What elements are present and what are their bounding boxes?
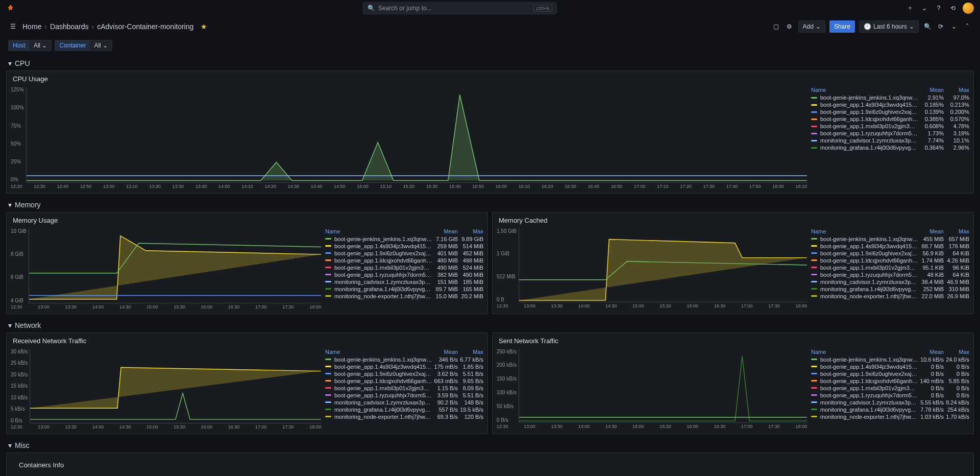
legend-item[interactable]: monitoring_node-exporter.1.nthj7jhw7gwfi… <box>811 293 969 300</box>
legend-item[interactable]: boot-genie_app.1.4s9l34jz3wvdq4156jum9c2… <box>325 363 483 370</box>
legend-item[interactable]: monitoring_grafana.1.r4ij0l3d6vpyvgnflr4… <box>325 285 483 293</box>
collapse-up-icon[interactable]: ˄ <box>963 22 972 31</box>
legend-item[interactable]: boot-genie_app.1.4s9l34jz3wvdq4156jum9c2… <box>325 243 483 250</box>
avatar[interactable] <box>963 3 974 14</box>
filter-host[interactable]: Host All ⌄ <box>8 40 52 51</box>
legend-item[interactable]: monitoring_grafana.1.r4ij0l3d6vpyvgnflr4… <box>325 406 483 413</box>
star-icon[interactable]: ★ <box>201 22 207 31</box>
chart-canvas[interactable] <box>30 349 321 423</box>
legend-item[interactable]: monitoring_cadvisor.1.zymrzluxax3pccwuys… <box>325 278 483 285</box>
legend-item[interactable]: boot-genie_app.1.rnxbil3p01v2gjm32euocqx… <box>811 264 969 271</box>
legend-item[interactable]: boot-genie_app.1.ldcqjxohdvt66ganhyym68b… <box>811 115 969 123</box>
chevron-down-icon[interactable]: ⌄ <box>920 4 929 13</box>
table-header: Registry Image Instance Name Running <box>13 473 967 476</box>
legend-item[interactable]: boot-genie_app.1.9xi6z0ughivex2xaj1hziea… <box>811 108 969 115</box>
legend-item[interactable]: boot-genie_app.1.9xi6z0ughivex2xaj1hziea… <box>325 370 483 377</box>
settings-icon[interactable]: ⚙ <box>785 22 794 31</box>
legend-item[interactable]: boot-genie_app.1.rnxbil3p01v2gjm32euocqx… <box>325 385 483 392</box>
share-button[interactable]: Share <box>829 20 855 33</box>
breadcrumb-home[interactable]: Home <box>22 22 41 31</box>
x-axis: 12:2012:3012:4012:5013:0013:1013:2013:30… <box>11 183 807 189</box>
zoom-out-icon[interactable]: 🔍 <box>923 22 932 31</box>
legend-item[interactable]: boot-genie_app.1.4s9l34jz3wvdq4156jum9c2… <box>811 243 969 250</box>
y-axis: 1.50 GiB1 GiB512 MiB0 B <box>497 228 519 302</box>
legend-item[interactable]: boot-genie_app.1.ldcqjxohdvt66ganhyym68b… <box>811 257 969 264</box>
legend-item[interactable]: boot-genie-jenkins_jenkins.1.xq3qnwls33q… <box>811 94 969 101</box>
legend-item[interactable]: monitoring_cadvisor.1.zymrzluxax3pccwuys… <box>811 137 969 144</box>
plus-icon[interactable]: ＋ <box>905 4 915 13</box>
top-toolbar: 🔍 Search or jump to... ctrl+k ＋ ⌄ ? ⟲ <box>0 0 980 16</box>
legend-item[interactable]: boot-genie-jenkins_jenkins.1.xq3qnwls33q… <box>325 235 483 243</box>
legend-item[interactable]: monitoring_node-exporter.1.nthj7jhw7gwfi… <box>325 293 483 300</box>
legend-item[interactable]: boot-genie_app.1.rnxbil3p01v2gjm32euocqx… <box>325 264 483 271</box>
legend-item[interactable]: monitoring_grafana.1.r4ij0l3d6vpyvgnflr4… <box>811 144 969 151</box>
legend-item[interactable]: boot-genie_app.1.ldcqjxohdvt66ganhyym68b… <box>325 377 483 385</box>
tv-mode-icon[interactable]: ▢ <box>772 22 781 31</box>
breadcrumb-dashboards[interactable]: Dashboards <box>50 22 89 31</box>
chart-canvas[interactable] <box>519 349 807 423</box>
x-axis: 12:3013:0013:3014:0014:3015:0015:3016:00… <box>497 423 807 429</box>
legend-item[interactable]: boot-genie_app.1.ryzuquhhjx7dorm5e9j8lyn… <box>811 392 969 399</box>
section-header-network[interactable]: Network <box>6 318 974 332</box>
panel-received-network-traffic: Received Network Traffic 30 kB/s25 kB/s2… <box>6 332 488 434</box>
legend-item[interactable]: boot-genie_app.1.rnxbil3p01v2gjm32euocqx… <box>811 385 969 392</box>
x-axis: 12:3013:0013:3014:0014:3015:0015:3016:00… <box>497 302 807 308</box>
menu-icon[interactable]: ☰ <box>8 22 17 31</box>
legend-item[interactable]: boot-genie_app.1.9xi6z0ughivex2xaj1hziea… <box>325 250 483 257</box>
legend-item[interactable]: boot-genie-jenkins_jenkins.1.xq3qnwls33q… <box>811 235 969 243</box>
legend-item[interactable]: boot-genie_app.1.4s9l34jz3wvdq4156jum9c2… <box>811 101 969 108</box>
legend-item[interactable]: boot-genie_app.1.ldcqjxohdvt66ganhyym68b… <box>811 377 969 385</box>
panel-memory-cached: Memory Cached 1.50 GiB1 GiB512 MiB0 B 12… <box>492 212 974 314</box>
y-axis: 30 kB/s25 kB/s20 kB/s15 kB/s10 kB/s5 kB/… <box>11 349 30 423</box>
legend-item[interactable]: boot-genie-jenkins_jenkins.1.xq3qnwls33q… <box>811 356 969 363</box>
add-label: Add <box>803 23 814 30</box>
legend-item[interactable]: monitoring_cadvisor.1.zymrzluxax3pccwuys… <box>325 399 483 406</box>
legend-item[interactable]: boot-genie_app.1.ldcqjxohdvt66ganhyym68b… <box>325 257 483 264</box>
legend-item[interactable]: boot-genie_app.1.ryzuquhhjx7dorm5e9j8lyn… <box>325 271 483 278</box>
refresh-icon[interactable]: ⟳ <box>936 22 945 31</box>
legend: NameMeanMaxboot-genie-jenkins_jenkins.1.… <box>325 228 483 310</box>
legend: NameMeanMaxboot-genie-jenkins_jenkins.1.… <box>811 349 969 429</box>
filter-container-label: Container <box>55 40 90 51</box>
legend-item[interactable]: monitoring_node-exporter.1.nthj7jhw7gwfi… <box>325 413 483 420</box>
filter-host-value: All ⌄ <box>30 40 52 51</box>
section-title: Network <box>15 321 41 329</box>
legend-item[interactable]: monitoring_cadvisor.1.zymrzluxax3pccwuys… <box>811 399 969 406</box>
legend-item[interactable]: monitoring_grafana.1.r4ij0l3d6vpyvgnflr4… <box>811 285 969 293</box>
chart-canvas[interactable] <box>29 228 321 303</box>
x-axis: 12:3013:0013:3014:0014:3015:0015:3016:00… <box>11 303 321 310</box>
legend-item[interactable]: monitoring_cadvisor.1.zymrzluxax3pccwuys… <box>811 278 969 285</box>
legend-item[interactable]: boot-genie_app.1.ryzuquhhjx7dorm5e9j8lyn… <box>811 130 969 137</box>
filter-container[interactable]: Container All ⌄ <box>55 40 112 51</box>
search-placeholder: Search or jump to... <box>378 5 432 12</box>
legend-item[interactable]: boot-genie_app.1.9xi6z0ughivex2xaj1hziea… <box>811 370 969 377</box>
search-keyhint: ctrl+k <box>533 5 552 12</box>
legend-item[interactable]: boot-genie_app.1.9xi6z0ughivex2xaj1hziea… <box>811 250 969 257</box>
legend-item[interactable]: boot-genie-jenkins_jenkins.1.xq3qnwls33q… <box>325 356 483 363</box>
panel-sent-network-traffic: Sent Network Traffic 250 kB/s200 kB/s150… <box>492 332 974 434</box>
news-icon[interactable]: ⟲ <box>948 4 958 13</box>
refresh-dropdown-icon[interactable]: ⌄ <box>949 22 959 31</box>
filter-host-label: Host <box>9 40 30 51</box>
chart-canvas[interactable] <box>26 87 807 183</box>
section-header-misc[interactable]: Misc <box>6 438 974 453</box>
section-header-memory[interactable]: Memory <box>6 198 974 212</box>
time-range-picker[interactable]: 🕘 Last 6 hours ⌄ <box>859 20 919 33</box>
legend-item[interactable]: boot-genie_app.1.ryzuquhhjx7dorm5e9j8lyn… <box>325 392 483 399</box>
chart-canvas[interactable] <box>519 228 807 302</box>
help-icon[interactable]: ? <box>934 4 943 13</box>
legend-item[interactable]: monitoring_node-exporter.1.nthj7jhw7gwfi… <box>811 413 969 420</box>
breadcrumb: Home › Dashboards › cAdvisor-Container-m… <box>22 22 207 31</box>
legend-item[interactable]: monitoring_grafana.1.r4ij0l3d6vpyvgnflr4… <box>811 406 969 413</box>
grafana-logo-icon[interactable] <box>6 4 14 12</box>
section-header-cpu[interactable]: CPU <box>6 56 974 70</box>
legend-item[interactable]: boot-genie_app.1.4s9l34jz3wvdq4156jum9c2… <box>811 363 969 370</box>
panel-containers-info: Containers Info Registry Image Instance … <box>6 453 974 476</box>
add-button[interactable]: Add ⌄ <box>798 20 825 33</box>
panel-cpu-usage: CPU Usage 125%100%75%50%25%0% 12:2012:30… <box>6 70 974 194</box>
panel-memory-usage: Memory Usage 10 GiB8 GiB6 GiB4 GiB <box>6 212 488 314</box>
legend-item[interactable]: boot-genie_app.1.ryzuquhhjx7dorm5e9j8lyn… <box>811 271 969 278</box>
legend-item[interactable]: boot-genie_app.1.rnxbil3p01v2gjm32euocqx… <box>811 123 969 130</box>
search-input[interactable]: 🔍 Search or jump to... ctrl+k <box>363 2 557 14</box>
time-range-label: Last 6 hours <box>873 23 907 30</box>
